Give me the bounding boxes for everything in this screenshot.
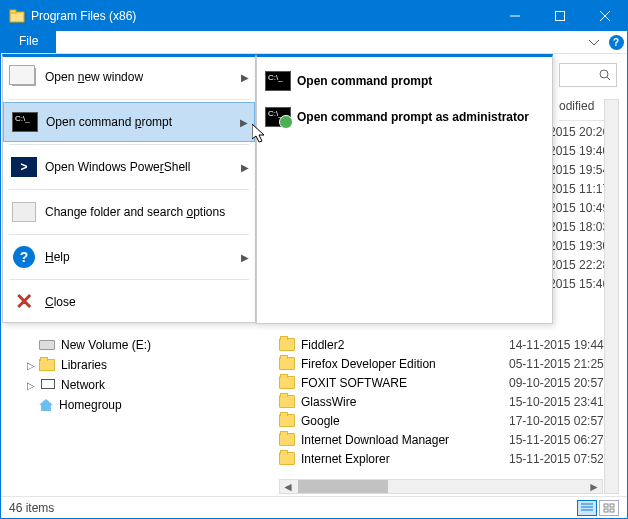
navigation-pane[interactable]: New Volume (E:) ▷Libraries ▷Network Home… bbox=[13, 335, 263, 415]
menu-close[interactable]: ✕ Close bbox=[3, 282, 255, 322]
homegroup-icon bbox=[39, 399, 53, 411]
chevron-right-icon: ▶ bbox=[241, 252, 249, 263]
close-icon: ✕ bbox=[15, 289, 33, 315]
submenu-open-cmd[interactable]: C:\_ Open command prompt bbox=[261, 63, 548, 99]
scroll-left-icon[interactable]: ◄ bbox=[280, 480, 296, 494]
nav-item-drive[interactable]: New Volume (E:) bbox=[13, 335, 263, 355]
search-box[interactable] bbox=[559, 63, 617, 87]
new-window-icon bbox=[12, 68, 36, 86]
menu-change-folder-options[interactable]: Change folder and search options bbox=[3, 192, 255, 232]
scroll-right-icon[interactable]: ► bbox=[586, 480, 602, 494]
chevron-right-icon: ▶ bbox=[241, 72, 249, 83]
svg-rect-11 bbox=[604, 504, 608, 507]
menu-open-command-prompt[interactable]: C:\_ Open command prompt ▶ bbox=[3, 102, 255, 142]
menu-help[interactable]: ? Help ▶ bbox=[3, 237, 255, 277]
network-icon bbox=[39, 379, 55, 391]
ribbon-expand-button[interactable] bbox=[583, 31, 605, 53]
window-title: Program Files (x86) bbox=[31, 9, 492, 23]
scroll-thumb[interactable] bbox=[298, 480, 388, 493]
folder-icon bbox=[279, 395, 295, 408]
menu-open-powershell[interactable]: > Open Windows PowerShell ▶ bbox=[3, 147, 255, 187]
powershell-icon: > bbox=[11, 157, 37, 177]
chevron-right-icon: ▶ bbox=[240, 117, 248, 128]
list-item[interactable]: FOXIT SOFTWARE09-10-2015 20:57 bbox=[279, 373, 617, 392]
folder-icon bbox=[9, 8, 25, 24]
folder-icon bbox=[279, 414, 295, 427]
svg-line-7 bbox=[607, 77, 610, 80]
svg-rect-14 bbox=[610, 509, 614, 512]
folder-icon bbox=[279, 452, 295, 465]
svg-rect-3 bbox=[555, 12, 564, 21]
cmd-icon: C:\_ bbox=[12, 112, 38, 132]
options-icon bbox=[12, 202, 36, 222]
chevron-right-icon[interactable]: ▷ bbox=[27, 360, 37, 371]
command-prompt-submenu: C:\_ Open command prompt C:\_ Open comma… bbox=[256, 54, 553, 324]
nav-item-network[interactable]: ▷Network bbox=[13, 375, 263, 395]
titlebar: Program Files (x86) bbox=[1, 1, 627, 31]
svg-rect-13 bbox=[604, 509, 608, 512]
item-count: 46 items bbox=[9, 501, 575, 515]
minimize-button[interactable] bbox=[492, 1, 537, 31]
folder-icon bbox=[279, 433, 295, 446]
help-icon: ? bbox=[13, 246, 35, 268]
folder-icon bbox=[279, 338, 295, 351]
submenu-open-cmd-admin[interactable]: C:\_ Open command prompt as administrato… bbox=[261, 99, 548, 135]
file-menu: Open new window ▶ C:\_ Open command prom… bbox=[2, 54, 256, 323]
ribbon-tabstrip: File ? bbox=[1, 31, 627, 54]
help-icon: ? bbox=[609, 35, 624, 50]
folder-icon bbox=[279, 357, 295, 370]
icons-view-button[interactable] bbox=[599, 500, 619, 516]
status-bar: 46 items bbox=[1, 496, 627, 518]
folder-icon bbox=[279, 376, 295, 389]
nav-item-libraries[interactable]: ▷Libraries bbox=[13, 355, 263, 375]
libraries-icon bbox=[39, 359, 55, 371]
search-icon bbox=[594, 69, 616, 81]
cmd-icon: C:\_ bbox=[265, 71, 291, 91]
list-item[interactable]: Firefox Developer Edition05-11-2015 21:2… bbox=[279, 354, 617, 373]
help-button[interactable]: ? bbox=[605, 31, 627, 53]
list-item[interactable]: Google17-10-2015 02:57 bbox=[279, 411, 617, 430]
drive-icon bbox=[39, 340, 55, 350]
file-list[interactable]: Fiddler214-11-2015 19:44 Firefox Develop… bbox=[279, 335, 617, 494]
cmd-admin-icon: C:\_ bbox=[265, 107, 291, 127]
list-item[interactable]: Internet Explorer15-11-2015 07:52 bbox=[279, 449, 617, 468]
svg-rect-12 bbox=[610, 504, 614, 507]
list-item[interactable]: Internet Download Manager15-11-2015 06:2… bbox=[279, 430, 617, 449]
svg-rect-1 bbox=[10, 10, 16, 13]
tab-file[interactable]: File bbox=[1, 31, 56, 53]
horizontal-scrollbar[interactable]: ◄ ► bbox=[279, 479, 603, 494]
nav-item-homegroup[interactable]: Homegroup bbox=[13, 395, 263, 415]
close-button[interactable] bbox=[582, 1, 627, 31]
chevron-right-icon[interactable]: ▷ bbox=[27, 380, 37, 391]
svg-point-6 bbox=[600, 70, 608, 78]
chevron-right-icon: ▶ bbox=[241, 162, 249, 173]
list-item[interactable]: GlassWire15-10-2015 23:41 bbox=[279, 392, 617, 411]
maximize-button[interactable] bbox=[537, 1, 582, 31]
list-item[interactable]: Fiddler214-11-2015 19:44 bbox=[279, 335, 617, 354]
vertical-scrollbar[interactable] bbox=[604, 99, 619, 494]
details-view-button[interactable] bbox=[577, 500, 597, 516]
menu-open-new-window[interactable]: Open new window ▶ bbox=[3, 57, 255, 97]
